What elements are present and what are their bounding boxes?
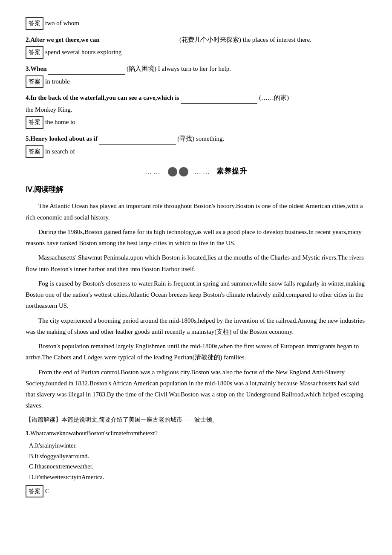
answer-2-line: 答案spend several hours exploring — [26, 46, 366, 59]
answer-1-text: two of whom — [45, 20, 79, 26]
answer-3-line: 答案in trouble — [26, 75, 366, 88]
q2-suffix: the places of interest there. — [243, 36, 311, 43]
reading-q1: 1.WhatcanweknowaboutBoston'sclimatefromt… — [26, 428, 366, 439]
q5-chinese: (寻找) — [177, 135, 194, 142]
note-box: 【语篇解读】本篇是说明文,简要介绍了美国一座古老的城市——波士顿。 — [26, 415, 366, 425]
rq1-option-d: D.It'sthewettestcityinAmerica. — [29, 472, 366, 483]
paragraph-5: The city experienced a booming period ar… — [26, 315, 366, 338]
question-5-line: 5.Henry looked about as if (寻找) somethin… — [26, 133, 366, 145]
q4-blank — [181, 92, 257, 104]
rq1-answer-box: 答案 — [26, 485, 43, 498]
answer-4-text: the home to — [45, 119, 75, 125]
answer-box-3: 答案 — [26, 75, 43, 88]
rq1-text: .WhatcanweknowaboutBoston'sclimatefromth… — [29, 430, 158, 436]
paragraph-6: Boston's population remained largely Eng… — [26, 341, 366, 363]
question-2-line: 2.After we get there,we can (花费几个小时来探索) … — [26, 34, 366, 46]
q3-blank — [48, 63, 125, 75]
q3-prefix: 3.When — [26, 65, 47, 72]
dots-right: …… — [194, 166, 211, 177]
q3-chinese: (陷入困境) — [127, 65, 156, 72]
answer-2-text: spend several hours exploring — [45, 49, 122, 55]
rq1-answer-text: C — [45, 488, 49, 494]
dots-left: …… — [145, 166, 162, 177]
q2-chinese: (花费几个小时来探索) — [179, 36, 241, 43]
q2-num: 2.After we get there,we can — [26, 36, 100, 43]
section-divider: …… …… 素养提升 — [26, 165, 366, 178]
rq1-option-a: A.It'srainyinwinter. — [29, 440, 366, 451]
question-3-line: 3.When (陷入困境) I always turn to her for h… — [26, 63, 366, 75]
answer-box-2: 答案 — [26, 46, 43, 59]
paragraph-2: During the 1980s,Boston gained fame for … — [26, 226, 366, 249]
section4-title: Ⅳ.阅读理解 — [26, 184, 366, 196]
reading-section: Ⅳ.阅读理解 The Atlantic Ocean has played an … — [26, 184, 366, 497]
answer-5-text: in search of — [45, 148, 75, 155]
q3-suffix: I always turn to her for help. — [158, 65, 231, 72]
q5-prefix: 5.Henry looked about as if — [26, 135, 98, 142]
answer-4-line: 答案the home to — [26, 116, 366, 129]
paragraph-3: Massachusetts' Shawmut Peninsula,upon wh… — [26, 252, 366, 275]
answer-box-5: 答案 — [26, 145, 43, 158]
answer-3-text: in trouble — [45, 78, 70, 85]
circle-2 — [179, 167, 188, 176]
su-yang-label: 素养提升 — [216, 165, 247, 178]
rq1-option-c: C.Ithasnoextremeweather. — [29, 461, 366, 472]
q2-blank — [101, 34, 178, 46]
question-4-line-2: the Monkey King. — [26, 104, 366, 116]
paragraph-7: From the end of Puritan control,Boston w… — [26, 367, 366, 411]
circles-icon — [167, 167, 189, 176]
q4-prefix: 4.In the back of the waterfall,you can s… — [26, 94, 179, 101]
q5-blank — [99, 133, 176, 145]
rq1-option-b: B.It'sfoggyallyearround. — [29, 451, 366, 462]
answer-5-line: 答案in search of — [26, 145, 366, 158]
paragraph-4: Fog is caused by Boston's closeness to w… — [26, 278, 366, 312]
answer-box-1: 答案 — [26, 17, 43, 30]
answer-1-line: 答案two of whom — [26, 17, 366, 30]
question-4-line: 4.In the back of the waterfall,you can s… — [26, 92, 366, 104]
answer-box-4: 答案 — [26, 116, 43, 129]
q5-suffix: something. — [196, 135, 224, 142]
q4-suffix: the Monkey King. — [26, 106, 72, 113]
rq1-answer-line: 答案C — [26, 485, 366, 498]
circle-1 — [168, 167, 177, 176]
paragraph-1: The Atlantic Ocean has played an importa… — [26, 200, 366, 223]
q4-chinese: (……的家) — [259, 94, 289, 101]
